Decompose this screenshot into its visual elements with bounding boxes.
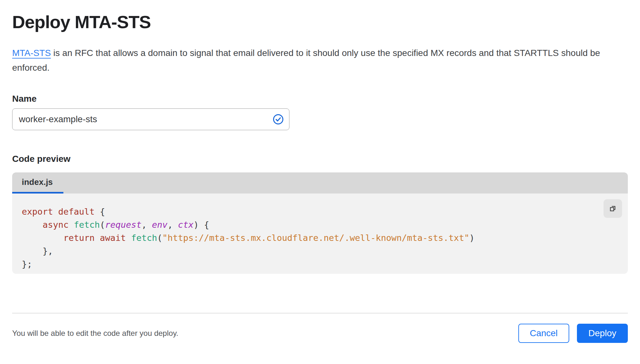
editor-tab-bar: index.js	[12, 172, 628, 194]
page-title: Deploy MTA-STS	[12, 0, 628, 32]
code-area: export default { async fetch(request, en…	[12, 194, 628, 274]
deploy-mta-sts-page: Deploy MTA-STS MTA-STS is an RFC that al…	[0, 0, 640, 364]
name-label: Name	[12, 94, 628, 104]
description-text: is an RFC that allows a domain to signal…	[12, 48, 600, 73]
code-line: export default {	[22, 205, 628, 218]
code-line: async fetch(request, env, ctx) {	[22, 218, 628, 231]
code-editor: index.js export default { async fetch(re…	[12, 172, 628, 274]
tab-label: index.js	[22, 177, 53, 187]
copy-button[interactable]	[604, 199, 622, 218]
divider	[12, 313, 628, 313]
check-circle-icon	[273, 114, 284, 125]
deploy-button[interactable]: Deploy	[577, 324, 628, 343]
code-preview-label: Code preview	[12, 154, 628, 164]
tab-index-js[interactable]: index.js	[12, 172, 63, 194]
cancel-button[interactable]: Cancel	[518, 324, 569, 343]
name-input[interactable]	[12, 108, 289, 130]
copy-icon	[608, 204, 618, 213]
code-line: },	[22, 244, 628, 257]
code-block: export default { async fetch(request, en…	[22, 205, 628, 271]
mta-sts-link[interactable]: MTA-STS	[12, 48, 51, 58]
code-line: };	[22, 257, 628, 271]
name-input-wrap	[12, 108, 289, 130]
description: MTA-STS is an RFC that allows a domain t…	[12, 46, 624, 75]
footer: You will be able to edit the code after …	[12, 324, 628, 343]
footer-actions: Cancel Deploy	[518, 324, 628, 343]
footer-note: You will be able to edit the code after …	[12, 329, 178, 338]
code-line: return await fetch("https://mta-sts.mx.c…	[22, 231, 628, 244]
